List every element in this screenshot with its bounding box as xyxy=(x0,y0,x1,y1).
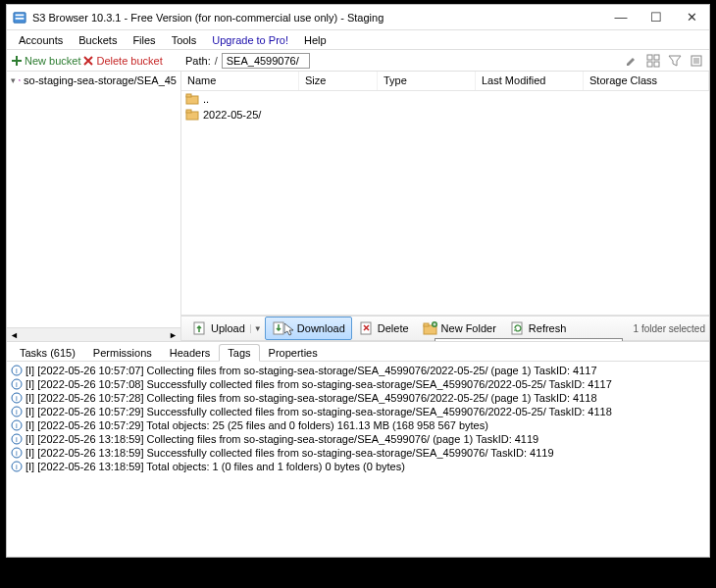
edit-icon[interactable] xyxy=(625,54,639,68)
refresh-label: Refresh xyxy=(529,322,567,334)
file-list-header: Name Size Type Last Modified Storage Cla… xyxy=(181,72,709,91)
svg-text:i: i xyxy=(16,449,18,458)
tree-scrollbar[interactable]: ◄► xyxy=(7,327,180,341)
info-icon: i xyxy=(11,392,23,404)
toolbar: New bucket Delete bucket Path: / xyxy=(7,50,709,72)
delete-bucket-button[interactable]: Delete bucket xyxy=(82,55,162,67)
menu-upgrade[interactable]: Upgrade to Pro! xyxy=(204,32,296,48)
new-folder-icon xyxy=(423,320,438,336)
file-row[interactable]: 2022-05-25/ xyxy=(181,107,709,122)
tree-item-label: so-staging-sea-storage/SEA_45 xyxy=(24,74,177,86)
delete-button[interactable]: Delete xyxy=(352,318,416,339)
svg-rect-13 xyxy=(186,110,191,113)
upload-dropdown-icon[interactable]: ▼ xyxy=(250,324,258,333)
log-row: i[I] [2022-05-26 10:57:28] Collecting fi… xyxy=(11,391,705,405)
info-icon: i xyxy=(11,406,23,417)
log-row: i[I] [2022-05-26 10:57:07] Collecting fi… xyxy=(11,364,705,377)
svg-rect-3 xyxy=(647,55,652,60)
download-label: Download xyxy=(297,322,345,334)
log-row: i[I] [2022-05-26 10:57:08] Successfully … xyxy=(11,377,705,391)
tree-item[interactable]: ▾ so-staging-sea-storage/SEA_45 xyxy=(7,74,180,87)
bottom-panel: Tasks (615) Permissions Headers Tags Pro… xyxy=(7,341,709,557)
maximize-button[interactable]: ☐ xyxy=(644,8,668,27)
folder-up-icon xyxy=(185,93,199,105)
tab-permissions[interactable]: Permissions xyxy=(84,344,161,361)
menu-files[interactable]: Files xyxy=(125,32,163,48)
svg-rect-1 xyxy=(16,14,25,16)
download-button[interactable]: Download xyxy=(265,317,352,340)
svg-text:i: i xyxy=(16,421,18,430)
titlebar: S3 Browser 10.3.1 - Free Version (for no… xyxy=(7,5,709,30)
new-folder-button[interactable]: New Folder xyxy=(416,318,503,339)
new-bucket-button[interactable]: New bucket xyxy=(11,55,80,67)
info-icon: i xyxy=(11,447,23,459)
col-type[interactable]: Type xyxy=(378,72,476,90)
cursor-icon xyxy=(284,323,294,337)
menu-tools[interactable]: Tools xyxy=(164,32,205,48)
action-bar: Upload ▼ Download Delete New Folder xyxy=(181,316,709,341)
menu-help[interactable]: Help xyxy=(296,32,334,48)
svg-rect-4 xyxy=(654,55,659,60)
file-name: .. xyxy=(203,93,209,105)
folder-icon xyxy=(185,109,199,121)
file-list: Name Size Type Last Modified Storage Cla… xyxy=(181,72,709,316)
svg-text:i: i xyxy=(16,367,18,375)
info-icon: i xyxy=(11,433,23,445)
log-row: i[I] [2022-05-26 10:57:29] Total objects… xyxy=(11,418,705,432)
path-input[interactable] xyxy=(222,53,310,69)
svg-text:i: i xyxy=(16,435,18,444)
upload-icon xyxy=(192,320,208,336)
info-icon: i xyxy=(11,365,23,376)
log-row: i[I] [2022-05-26 13:18:59] Successfully … xyxy=(11,446,705,460)
path-separator: / xyxy=(215,55,218,67)
bucket-icon xyxy=(19,74,21,86)
grid-icon[interactable] xyxy=(646,54,660,68)
x-icon xyxy=(82,55,94,67)
col-mod[interactable]: Last Modified xyxy=(476,72,584,90)
minimize-button[interactable]: — xyxy=(609,8,633,27)
svg-text:i: i xyxy=(16,463,18,471)
delete-bucket-label: Delete bucket xyxy=(96,55,162,67)
log-row: i[I] [2022-05-26 13:18:59] Total objects… xyxy=(11,460,705,473)
info-icon: i xyxy=(11,419,23,431)
plus-icon xyxy=(11,55,23,67)
settings-icon[interactable] xyxy=(690,54,703,68)
info-icon: i xyxy=(11,378,23,390)
path-bar: Path: / xyxy=(181,50,619,71)
svg-rect-5 xyxy=(647,62,652,67)
refresh-button[interactable]: Refresh xyxy=(503,318,574,339)
svg-text:i: i xyxy=(16,380,18,389)
refresh-icon xyxy=(510,320,526,336)
collapse-icon[interactable]: ▾ xyxy=(11,75,16,85)
tab-tasks[interactable]: Tasks (615) xyxy=(11,344,84,361)
col-size[interactable]: Size xyxy=(299,72,378,90)
file-name: 2022-05-25/ xyxy=(203,109,261,121)
filter-icon[interactable] xyxy=(668,54,682,68)
file-row-up[interactable]: .. xyxy=(181,91,709,107)
menu-accounts[interactable]: Accounts xyxy=(11,32,71,48)
new-folder-label: New Folder xyxy=(441,322,496,334)
col-name[interactable]: Name xyxy=(181,72,299,90)
path-label: Path: xyxy=(185,55,211,67)
delete-icon xyxy=(359,320,375,336)
upload-button[interactable]: Upload ▼ xyxy=(185,318,265,339)
svg-text:i: i xyxy=(16,408,18,416)
menu-buckets[interactable]: Buckets xyxy=(71,32,125,48)
log-row: i[I] [2022-05-26 13:18:59] Collecting fi… xyxy=(11,432,705,446)
new-bucket-label: New bucket xyxy=(25,55,80,67)
app-icon xyxy=(13,11,26,24)
menubar: Accounts Buckets Files Tools Upgrade to … xyxy=(7,30,709,50)
col-stor[interactable]: Storage Class xyxy=(584,72,709,90)
svg-rect-2 xyxy=(16,18,25,20)
info-icon: i xyxy=(11,461,23,472)
svg-rect-6 xyxy=(654,62,659,67)
close-button[interactable]: ✕ xyxy=(680,8,703,27)
log-row: i[I] [2022-05-26 10:57:29] Successfully … xyxy=(11,405,705,418)
bucket-tree: ▾ so-staging-sea-storage/SEA_45 ◄► xyxy=(7,72,181,341)
svg-rect-11 xyxy=(186,94,191,97)
tab-headers[interactable]: Headers xyxy=(161,344,220,361)
tab-tags[interactable]: Tags xyxy=(219,344,259,362)
tab-properties[interactable]: Properties xyxy=(260,344,327,361)
selection-status: 1 folder selected xyxy=(634,323,705,334)
download-tooltip: Download selected file(s) and/or folder(… xyxy=(435,338,623,341)
